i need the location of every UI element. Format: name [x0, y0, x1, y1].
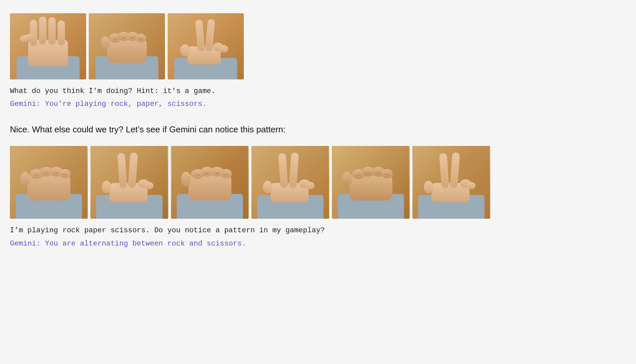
svg-point-93 — [424, 181, 433, 193]
second-text-block: I’m playing rock paper scissors. Do you … — [10, 225, 490, 249]
hand-rock-2-image — [10, 146, 88, 219]
middle-paragraph: Nice. What else could we try? Let’s see … — [10, 123, 490, 136]
first-gemini-text: Gemini: You're playing rock, paper, scis… — [10, 98, 490, 110]
first-user-text: What do you think I'm doing? Hint: it's … — [10, 85, 490, 97]
hand-rock-4-image — [332, 146, 410, 219]
second-gemini-text: Gemini: You are alternating between rock… — [10, 238, 490, 250]
svg-point-52 — [145, 182, 154, 189]
hand-scissors-4-image — [412, 146, 490, 219]
hand-scissors-3-image — [251, 146, 329, 219]
second-user-text: I’m playing rock paper scissors. Do you … — [10, 225, 490, 236]
section-second: I’m playing rock paper scissors. Do you … — [10, 143, 490, 252]
first-image-row — [10, 13, 490, 79]
section-middle: Nice. What else could we try? Let’s see … — [10, 123, 490, 136]
svg-point-53 — [102, 181, 111, 193]
svg-point-41 — [20, 172, 30, 186]
svg-point-72 — [306, 182, 315, 189]
svg-point-61 — [181, 172, 191, 186]
svg-point-73 — [263, 181, 272, 193]
hand-paper-image — [10, 13, 86, 79]
svg-point-32 — [220, 45, 228, 53]
hand-scissors-2-image — [90, 146, 168, 219]
svg-point-80 — [382, 169, 393, 178]
first-text-block: What do you think I'm doing? Hint: it's … — [10, 85, 490, 110]
svg-point-40 — [60, 169, 71, 178]
hand-scissors-image — [168, 13, 244, 79]
hand-rock-3-image — [171, 146, 249, 219]
svg-point-60 — [221, 169, 232, 178]
svg-point-92 — [467, 182, 476, 189]
section-first: What do you think I'm doing? Hint: it's … — [10, 7, 490, 113]
svg-point-33 — [180, 44, 189, 56]
hand-rock-image — [89, 13, 165, 79]
second-image-row — [10, 146, 490, 219]
svg-point-21 — [101, 36, 110, 50]
svg-point-81 — [342, 172, 352, 186]
svg-point-20 — [135, 34, 146, 42]
main-container: What do you think I'm doing? Hint: it's … — [10, 7, 490, 253]
